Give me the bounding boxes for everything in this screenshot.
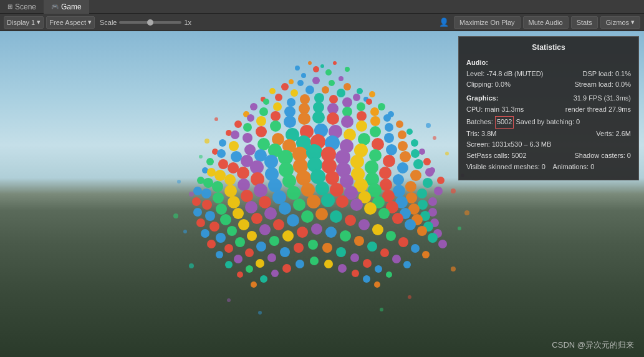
svg-point-280 — [451, 267, 456, 271]
tris-verts-row: Tris: 3.8M Verts: 2.6M — [466, 129, 631, 140]
maximize-label: Maximize On Play — [459, 19, 515, 26]
cpu-row: CPU: main 31.3ms render thread 27.9ms — [466, 104, 631, 115]
screen-row: Screen: 1031x530 – 6.3 MB — [466, 139, 631, 150]
svg-point-236 — [256, 242, 266, 252]
svg-point-204 — [293, 198, 305, 211]
svg-point-275 — [445, 152, 449, 155]
svg-point-7 — [333, 61, 337, 65]
svg-point-217 — [224, 244, 233, 253]
svg-point-188 — [330, 183, 344, 197]
svg-point-271 — [374, 281, 380, 288]
svg-point-279 — [458, 227, 461, 230]
tab-bar: ⊞ Scene 🎮 Game — [0, 0, 644, 14]
svg-point-97 — [386, 144, 397, 155]
svg-point-221 — [273, 219, 284, 230]
tab-scene[interactable]: ⊞ Scene — [0, 0, 44, 14]
svg-point-199 — [227, 226, 237, 236]
svg-point-79 — [411, 149, 420, 158]
svg-point-27 — [353, 94, 360, 101]
svg-point-45 — [406, 129, 413, 135]
svg-point-155 — [393, 185, 405, 197]
svg-point-67 — [243, 133, 252, 143]
svg-point-163 — [241, 190, 253, 202]
svg-point-6 — [308, 61, 312, 65]
audio-level: Level: -74.8 dB (MUTED) — [466, 69, 543, 80]
svg-point-95 — [358, 133, 370, 145]
tab-game-label: Game — [61, 2, 82, 11]
svg-point-169 — [325, 171, 339, 185]
svg-point-256 — [336, 247, 346, 257]
svg-point-150 — [322, 159, 337, 174]
batches-row: Batches: 5002 Saved by batching: 0 — [466, 116, 631, 129]
svg-point-123 — [212, 181, 223, 192]
svg-point-42 — [370, 107, 379, 116]
svg-point-100 — [425, 168, 434, 177]
svg-point-122 — [201, 188, 211, 198]
scale-slider[interactable] — [119, 21, 181, 24]
svg-point-253 — [294, 243, 304, 253]
audio-section-label: Audio: — [466, 59, 488, 66]
svg-point-206 — [321, 193, 335, 207]
svg-point-50 — [256, 116, 266, 126]
svg-point-1 — [301, 73, 306, 78]
audio-clipping: Clipping: 0.0% — [466, 79, 511, 90]
setpass-row: SetPass calls: 5002 Shadow casters: 0 — [466, 150, 631, 162]
svg-point-284 — [258, 311, 262, 315]
svg-point-68 — [256, 126, 267, 137]
stats-label: Stats — [577, 19, 592, 26]
svg-point-144 — [238, 178, 250, 191]
svg-point-99 — [413, 159, 423, 169]
svg-point-208 — [350, 198, 363, 211]
display-dropdown[interactable]: Display 1 ▾ — [4, 16, 44, 29]
svg-point-224 — [315, 208, 328, 220]
audio-row-2: Clipping: 0.0% Stream load: 0.0% — [466, 79, 631, 90]
svg-point-5 — [320, 64, 324, 68]
cpu: CPU: main 31.3ms — [466, 104, 524, 115]
stats-title: Statistics — [466, 42, 631, 54]
svg-point-200 — [238, 219, 249, 230]
maximize-on-play-button[interactable]: Maximize On Play — [454, 16, 521, 29]
audio-row-1: Level: -74.8 dB (MUTED) DSP load: 0.1% — [466, 69, 631, 80]
watermark: CSDN @异次元的归来 — [552, 340, 634, 351]
svg-point-44 — [396, 120, 403, 128]
gizmos-button[interactable]: Gizmos ▾ — [600, 16, 640, 29]
svg-point-283 — [408, 295, 411, 299]
stats-button[interactable]: Stats — [571, 16, 598, 29]
graphics-section-label: Graphics: — [466, 93, 498, 104]
tab-game[interactable]: 🎮 Game — [44, 0, 89, 14]
svg-point-249 — [246, 265, 253, 273]
mute-audio-button[interactable]: Mute Audio — [523, 16, 569, 29]
svg-point-239 — [297, 227, 308, 238]
aspect-dropdown[interactable]: Free Aspect ▾ — [46, 16, 95, 29]
svg-point-243 — [354, 236, 364, 246]
svg-point-209 — [364, 202, 377, 215]
svg-point-246 — [392, 255, 401, 263]
svg-point-23 — [291, 89, 298, 97]
svg-point-2 — [325, 69, 332, 76]
svg-point-182 — [245, 201, 257, 213]
svg-point-186 — [301, 183, 315, 197]
svg-point-226 — [345, 215, 356, 226]
svg-point-85 — [218, 159, 228, 169]
svg-point-265 — [296, 260, 304, 268]
person-icon: 👤 — [439, 17, 449, 27]
svg-point-39 — [329, 95, 338, 104]
svg-point-69 — [270, 120, 281, 132]
svg-point-126 — [250, 160, 264, 174]
svg-point-214 — [428, 233, 438, 243]
svg-point-260 — [386, 271, 392, 278]
svg-point-137 — [405, 181, 416, 192]
svg-point-241 — [325, 227, 337, 238]
svg-point-75 — [356, 120, 367, 132]
svg-point-276 — [189, 192, 194, 197]
svg-point-3 — [289, 79, 294, 84]
svg-point-290 — [173, 213, 178, 218]
svg-point-15 — [344, 83, 351, 90]
game-icon: 🎮 — [51, 3, 59, 10]
svg-point-41 — [357, 102, 365, 111]
svg-point-120 — [434, 187, 443, 195]
aspect-label: Free Aspect — [49, 19, 86, 26]
svg-point-134 — [365, 160, 378, 174]
svg-point-8 — [295, 66, 300, 71]
game-view: Statistics Audio: Level: -74.8 dB (MUTED… — [0, 31, 644, 357]
